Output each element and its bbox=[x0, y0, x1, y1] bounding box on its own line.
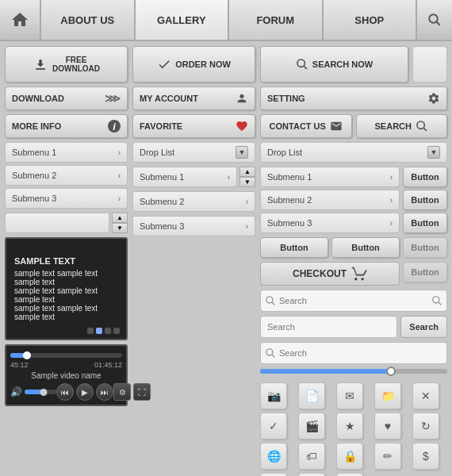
search-submit-icon-1[interactable] bbox=[431, 295, 442, 306]
button-right-2[interactable]: Button bbox=[403, 190, 447, 210]
settings-icon-cell[interactable]: ⚙ bbox=[336, 473, 363, 476]
search-range-section bbox=[260, 342, 447, 378]
search-input-1[interactable] bbox=[279, 296, 428, 305]
camera-icon-cell[interactable]: 📷 bbox=[260, 382, 287, 409]
play-button[interactable]: ▶ bbox=[76, 383, 94, 401]
search-go-button[interactable]: Search bbox=[400, 316, 447, 338]
video-dot-2[interactable] bbox=[96, 328, 102, 334]
heart-icon-cell[interactable]: ♥ bbox=[374, 413, 401, 440]
spinner-down-mid[interactable]: ▼ bbox=[239, 177, 255, 187]
search-button[interactable]: SEARCH bbox=[356, 114, 448, 138]
video-dot-3[interactable] bbox=[105, 328, 111, 334]
search-field-3[interactable] bbox=[260, 342, 447, 364]
media-controls: 🔊 ⏮ ▶ ⏭ ⚙ ⛶ bbox=[10, 383, 122, 401]
globe-icon-cell[interactable]: 🌐 bbox=[260, 443, 287, 470]
nav-search-button[interactable] bbox=[417, 0, 452, 40]
checkout-row: CHECKOUT Button bbox=[260, 262, 447, 286]
spinner-up-mid[interactable]: ▲ bbox=[239, 167, 255, 177]
search-input-2[interactable] bbox=[260, 316, 397, 338]
spacer bbox=[132, 240, 255, 247]
rss-icon-cell[interactable]: 📡 bbox=[298, 473, 325, 476]
check-icon-cell[interactable]: ✓ bbox=[260, 413, 287, 440]
search-icon-main bbox=[416, 120, 428, 132]
main-content: FREE DOWNLOAD DOWNLOAD ⋙ MORE INFO i Sub… bbox=[0, 41, 452, 476]
spinner-up-left[interactable]: ▲ bbox=[112, 213, 128, 223]
order-now-button[interactable]: ORDER NOW bbox=[132, 46, 255, 83]
search-now-button[interactable]: SEARCH NOW bbox=[260, 46, 408, 83]
dropdown-arrow-mid: ▼ bbox=[236, 146, 248, 159]
dollar-icon-cell[interactable]: $ bbox=[412, 443, 439, 470]
search-icon-field3 bbox=[265, 347, 276, 359]
button-right-disabled: Button bbox=[403, 262, 447, 282]
submenu-left: Submenu 1 › Submenu 2 › Submenu 3 › bbox=[5, 142, 128, 209]
free-download-button[interactable]: FREE DOWNLOAD bbox=[5, 46, 128, 83]
checkout-button[interactable]: CHECKOUT bbox=[260, 262, 400, 286]
media-progress-bar[interactable] bbox=[10, 353, 122, 358]
search-icon-btn bbox=[296, 58, 308, 71]
envelope-icon bbox=[330, 120, 343, 132]
submenu-right-1[interactable]: Submenu 1 › bbox=[260, 167, 400, 187]
submenu-mid-3[interactable]: Submenu 3 › bbox=[132, 216, 255, 236]
prev-button[interactable]: ⏮ bbox=[56, 383, 74, 401]
video-dot-4[interactable] bbox=[113, 328, 120, 334]
submenu-left-3[interactable]: Submenu 3 › bbox=[5, 188, 128, 209]
media-name: Sample video name bbox=[10, 371, 122, 380]
favorite-button[interactable]: FAVORITE bbox=[132, 114, 255, 138]
my-account-button[interactable]: MY ACCOUNT bbox=[132, 86, 255, 110]
email-icon-cell[interactable]: ✉ bbox=[336, 382, 363, 409]
person-icon bbox=[236, 92, 248, 105]
empty-box-top bbox=[412, 46, 447, 83]
star-icon-cell[interactable]: ★ bbox=[336, 413, 363, 440]
checkmark-icon bbox=[157, 57, 171, 71]
nav-about-us[interactable]: ABOUT US bbox=[41, 0, 136, 40]
gear-icon bbox=[427, 92, 440, 105]
button-small-1[interactable]: Button bbox=[260, 237, 328, 258]
next-button[interactable]: ⏭ bbox=[96, 383, 113, 401]
spinner-controls-left: ▲ ▼ bbox=[112, 213, 128, 233]
dropdown-mid[interactable]: Drop List ▼ bbox=[132, 142, 255, 163]
dropdown-arrow-right: ▼ bbox=[427, 146, 440, 159]
cart-icon-cell[interactable]: 🛒 bbox=[260, 473, 287, 476]
submenu-right-2[interactable]: Submenu 2 › bbox=[260, 190, 400, 210]
video-dot-1[interactable] bbox=[87, 328, 94, 334]
side-buttons-right: Button Button Button bbox=[403, 167, 447, 233]
range-slider[interactable] bbox=[260, 369, 447, 374]
settings-media-button[interactable]: ⚙ bbox=[113, 383, 131, 401]
video-player: SAMPLE TEXT sample text sample text samp… bbox=[5, 237, 128, 340]
submenu-mid-1[interactable]: Submenu 1 › bbox=[132, 167, 237, 187]
folder-icon-cell[interactable]: 📁 bbox=[374, 382, 401, 409]
pen-icon-cell[interactable]: ✏ bbox=[374, 443, 401, 470]
close-icon-cell[interactable]: ✕ bbox=[412, 382, 439, 409]
submenu-left-1[interactable]: Submenu 1 › bbox=[5, 142, 128, 163]
contact-us-button[interactable]: CONTACT US bbox=[260, 114, 352, 138]
svg-point-10 bbox=[266, 349, 273, 355]
submenu-mid-2[interactable]: Submenu 2 › bbox=[132, 191, 255, 212]
dropdown-right[interactable]: Drop List ▼ bbox=[260, 142, 447, 163]
volume-bar[interactable] bbox=[25, 390, 56, 394]
search-input-3[interactable] bbox=[279, 348, 442, 358]
video-icon-cell[interactable]: 🎬 bbox=[298, 413, 325, 440]
button-right-3[interactable]: Button bbox=[403, 213, 447, 233]
document-icon-cell[interactable]: 📄 bbox=[298, 382, 325, 409]
volume-control: 🔊 bbox=[10, 386, 56, 397]
spinner-down-left[interactable]: ▼ bbox=[112, 223, 128, 233]
nav-gallery[interactable]: GALLERY bbox=[136, 0, 230, 40]
home-button[interactable] bbox=[0, 0, 41, 40]
two-buttons: Button Button bbox=[260, 237, 400, 258]
download-button[interactable]: DOWNLOAD ⋙ bbox=[5, 86, 128, 110]
lock-icon-cell[interactable]: 🔒 bbox=[336, 443, 363, 470]
nav-forum[interactable]: FORUM bbox=[229, 0, 324, 40]
more-info-button[interactable]: MORE INFO i bbox=[5, 114, 128, 138]
button-right-1[interactable]: Button bbox=[403, 167, 447, 187]
button-small-2[interactable]: Button bbox=[331, 237, 400, 258]
submenu-left-2[interactable]: Submenu 2 › bbox=[5, 165, 128, 186]
volume-icon: 🔊 bbox=[10, 386, 22, 397]
submenu-right-3[interactable]: Submenu 3 › bbox=[260, 213, 400, 233]
nav-shop[interactable]: SHOP bbox=[324, 0, 418, 40]
search-field-1[interactable] bbox=[260, 290, 447, 312]
svg-point-4 bbox=[417, 121, 424, 129]
submenu-right-row: Submenu 1 › Submenu 2 › Submenu 3 › Butt… bbox=[260, 167, 447, 233]
tag-icon-cell[interactable]: 🏷 bbox=[298, 443, 325, 470]
setting-button[interactable]: SETTING bbox=[260, 86, 447, 110]
refresh-icon-cell[interactable]: ↻ bbox=[412, 413, 439, 440]
